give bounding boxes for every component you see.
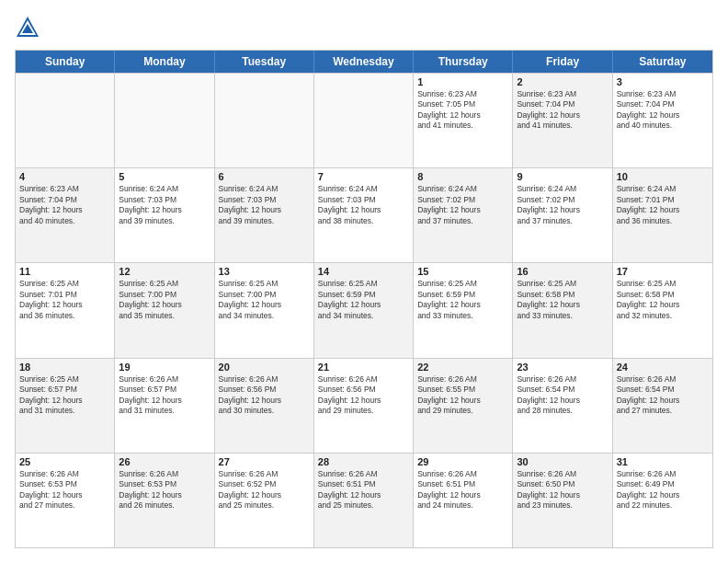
calendar-day-20: 20Sunrise: 6:26 AM Sunset: 6:56 PM Dayli…: [215, 359, 314, 453]
day-number: 3: [617, 76, 709, 87]
day-info: Sunrise: 6:23 AM Sunset: 7:04 PM Dayligh…: [19, 184, 110, 226]
calendar-day-4: 4Sunrise: 6:23 AM Sunset: 7:04 PM Daylig…: [16, 168, 115, 262]
calendar-day-3: 3Sunrise: 6:23 AM Sunset: 7:04 PM Daylig…: [613, 74, 712, 167]
day-number: 17: [617, 266, 709, 277]
page-header: [15, 15, 713, 40]
weekday-header-tuesday: Tuesday: [215, 51, 314, 73]
calendar-day-7: 7Sunrise: 6:24 AM Sunset: 7:03 PM Daylig…: [314, 168, 414, 262]
day-info: Sunrise: 6:23 AM Sunset: 7:05 PM Dayligh…: [417, 89, 508, 132]
day-info: Sunrise: 6:26 AM Sunset: 6:54 PM Dayligh…: [517, 374, 608, 417]
day-number: 5: [119, 171, 210, 182]
calendar-day-27: 27Sunrise: 6:26 AM Sunset: 6:52 PM Dayli…: [215, 454, 314, 547]
calendar-row-3: 11Sunrise: 6:25 AM Sunset: 7:01 PM Dayli…: [16, 262, 712, 357]
day-info: Sunrise: 6:26 AM Sunset: 6:49 PM Dayligh…: [617, 469, 709, 511]
day-number: 27: [219, 456, 310, 467]
calendar-day-15: 15Sunrise: 6:25 AM Sunset: 6:59 PM Dayli…: [414, 263, 513, 357]
day-number: 30: [517, 456, 608, 467]
weekday-header-sunday: Sunday: [16, 51, 115, 73]
day-info: Sunrise: 6:25 AM Sunset: 7:01 PM Dayligh…: [19, 279, 110, 321]
calendar-day-10: 10Sunrise: 6:24 AM Sunset: 7:01 PM Dayli…: [613, 168, 712, 262]
calendar-day-5: 5Sunrise: 6:24 AM Sunset: 7:03 PM Daylig…: [115, 168, 214, 262]
weekday-header-monday: Monday: [115, 51, 214, 73]
weekday-header-thursday: Thursday: [414, 51, 513, 73]
logo: [15, 15, 44, 40]
logo-icon: [15, 15, 40, 40]
day-number: 4: [19, 171, 110, 182]
day-info: Sunrise: 6:26 AM Sunset: 6:57 PM Dayligh…: [119, 374, 210, 417]
calendar-day-28: 28Sunrise: 6:26 AM Sunset: 6:51 PM Dayli…: [314, 454, 414, 547]
day-info: Sunrise: 6:26 AM Sunset: 6:54 PM Dayligh…: [617, 374, 709, 417]
day-info: Sunrise: 6:23 AM Sunset: 7:04 PM Dayligh…: [617, 89, 709, 132]
day-info: Sunrise: 6:26 AM Sunset: 6:56 PM Dayligh…: [219, 374, 310, 417]
day-info: Sunrise: 6:26 AM Sunset: 6:51 PM Dayligh…: [417, 469, 508, 511]
calendar-day-9: 9Sunrise: 6:24 AM Sunset: 7:02 PM Daylig…: [513, 168, 612, 262]
day-info: Sunrise: 6:26 AM Sunset: 6:53 PM Dayligh…: [19, 469, 110, 511]
day-number: 24: [617, 362, 709, 373]
day-info: Sunrise: 6:25 AM Sunset: 6:58 PM Dayligh…: [617, 279, 709, 321]
weekday-header-saturday: Saturday: [613, 51, 712, 73]
calendar-day-6: 6Sunrise: 6:24 AM Sunset: 7:03 PM Daylig…: [215, 168, 314, 262]
day-number: 19: [119, 362, 210, 373]
day-info: Sunrise: 6:25 AM Sunset: 6:59 PM Dayligh…: [417, 279, 508, 321]
calendar-day-21: 21Sunrise: 6:26 AM Sunset: 6:56 PM Dayli…: [314, 359, 414, 453]
day-info: Sunrise: 6:24 AM Sunset: 7:02 PM Dayligh…: [417, 184, 508, 226]
calendar-day-1: 1Sunrise: 6:23 AM Sunset: 7:05 PM Daylig…: [414, 74, 513, 167]
day-number: 11: [19, 266, 110, 277]
day-number: 21: [318, 362, 409, 373]
calendar-day-22: 22Sunrise: 6:26 AM Sunset: 6:55 PM Dayli…: [414, 359, 513, 453]
calendar-row-1: 1Sunrise: 6:23 AM Sunset: 7:05 PM Daylig…: [16, 73, 712, 167]
calendar-day-30: 30Sunrise: 6:26 AM Sunset: 6:50 PM Dayli…: [513, 454, 612, 547]
day-number: 29: [417, 456, 508, 467]
day-info: Sunrise: 6:24 AM Sunset: 7:03 PM Dayligh…: [318, 184, 409, 226]
calendar-row-4: 18Sunrise: 6:25 AM Sunset: 6:57 PM Dayli…: [16, 358, 712, 453]
calendar-header: SundayMondayTuesdayWednesdayThursdayFrid…: [16, 51, 712, 73]
day-number: 20: [219, 362, 310, 373]
calendar-day-29: 29Sunrise: 6:26 AM Sunset: 6:51 PM Dayli…: [414, 454, 513, 547]
day-number: 2: [517, 76, 608, 87]
day-number: 16: [517, 266, 608, 277]
day-info: Sunrise: 6:25 AM Sunset: 6:57 PM Dayligh…: [19, 374, 110, 417]
calendar-day-13: 13Sunrise: 6:25 AM Sunset: 7:00 PM Dayli…: [215, 263, 314, 357]
day-info: Sunrise: 6:26 AM Sunset: 6:53 PM Dayligh…: [119, 469, 210, 511]
calendar-day-19: 19Sunrise: 6:26 AM Sunset: 6:57 PM Dayli…: [115, 359, 214, 453]
day-info: Sunrise: 6:24 AM Sunset: 7:03 PM Dayligh…: [119, 184, 210, 226]
calendar-day-25: 25Sunrise: 6:26 AM Sunset: 6:53 PM Dayli…: [16, 454, 115, 547]
day-info: Sunrise: 6:25 AM Sunset: 7:00 PM Dayligh…: [219, 279, 310, 321]
day-number: 13: [219, 266, 310, 277]
calendar-day-14: 14Sunrise: 6:25 AM Sunset: 6:59 PM Dayli…: [314, 263, 414, 357]
day-number: 1: [417, 76, 508, 87]
day-number: 6: [219, 171, 310, 182]
calendar-body: 1Sunrise: 6:23 AM Sunset: 7:05 PM Daylig…: [16, 73, 712, 547]
day-number: 12: [119, 266, 210, 277]
weekday-header-friday: Friday: [513, 51, 612, 73]
calendar-day-23: 23Sunrise: 6:26 AM Sunset: 6:54 PM Dayli…: [513, 359, 612, 453]
day-info: Sunrise: 6:25 AM Sunset: 6:58 PM Dayligh…: [517, 279, 608, 321]
calendar-day-17: 17Sunrise: 6:25 AM Sunset: 6:58 PM Dayli…: [613, 263, 712, 357]
calendar-empty-cell: [314, 74, 414, 167]
calendar-day-16: 16Sunrise: 6:25 AM Sunset: 6:58 PM Dayli…: [513, 263, 612, 357]
day-number: 8: [417, 171, 508, 182]
day-info: Sunrise: 6:26 AM Sunset: 6:55 PM Dayligh…: [417, 374, 508, 417]
day-info: Sunrise: 6:23 AM Sunset: 7:04 PM Dayligh…: [517, 89, 608, 132]
calendar-day-12: 12Sunrise: 6:25 AM Sunset: 7:00 PM Dayli…: [115, 263, 214, 357]
day-number: 31: [617, 456, 709, 467]
day-info: Sunrise: 6:26 AM Sunset: 6:50 PM Dayligh…: [517, 469, 608, 511]
calendar-day-18: 18Sunrise: 6:25 AM Sunset: 6:57 PM Dayli…: [16, 359, 115, 453]
calendar-row-5: 25Sunrise: 6:26 AM Sunset: 6:53 PM Dayli…: [16, 453, 712, 547]
day-number: 10: [617, 171, 709, 182]
day-info: Sunrise: 6:26 AM Sunset: 6:51 PM Dayligh…: [318, 469, 409, 511]
calendar-day-26: 26Sunrise: 6:26 AM Sunset: 6:53 PM Dayli…: [115, 454, 214, 547]
day-info: Sunrise: 6:24 AM Sunset: 7:03 PM Dayligh…: [219, 184, 310, 226]
day-info: Sunrise: 6:24 AM Sunset: 7:01 PM Dayligh…: [617, 184, 709, 226]
calendar-empty-cell: [16, 74, 115, 167]
calendar-empty-cell: [115, 74, 214, 167]
day-info: Sunrise: 6:24 AM Sunset: 7:02 PM Dayligh…: [517, 184, 608, 226]
calendar-day-2: 2Sunrise: 6:23 AM Sunset: 7:04 PM Daylig…: [513, 74, 612, 167]
day-number: 14: [318, 266, 409, 277]
calendar-day-31: 31Sunrise: 6:26 AM Sunset: 6:49 PM Dayli…: [613, 454, 712, 547]
calendar-row-2: 4Sunrise: 6:23 AM Sunset: 7:04 PM Daylig…: [16, 167, 712, 262]
weekday-header-wednesday: Wednesday: [314, 51, 414, 73]
day-number: 18: [19, 362, 110, 373]
day-number: 9: [517, 171, 608, 182]
day-number: 23: [517, 362, 608, 373]
